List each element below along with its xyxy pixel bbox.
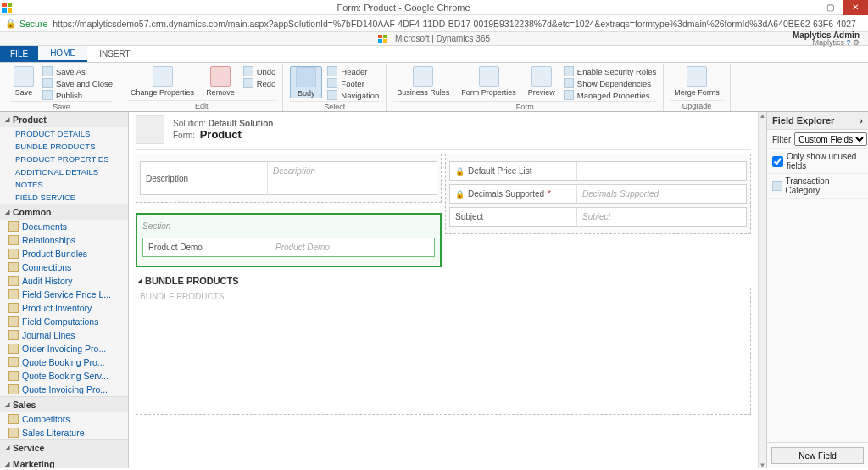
nav-item[interactable]: Journal Lines <box>0 328 128 342</box>
field-label: Description <box>141 162 268 194</box>
entity-image[interactable] <box>136 115 164 144</box>
publish-button[interactable]: Publish <box>42 90 113 100</box>
field-placeholder <box>577 162 746 180</box>
form-value: Product <box>200 128 242 141</box>
left-nav[interactable]: Product PRODUCT DETAILS BUNDLE PRODUCTS … <box>0 112 129 468</box>
minimize-button[interactable]: — <box>792 0 817 15</box>
field-product-demo[interactable]: Product Demo Product Demo <box>142 238 435 257</box>
nav-section-product[interactable]: Product <box>0 112 128 127</box>
windows-logo-icon <box>2 3 12 13</box>
nav-item[interactable]: Connections <box>0 260 128 274</box>
nav-item[interactable]: Quote Booking Pro... <box>0 355 128 369</box>
remove-button[interactable]: Remove <box>203 66 238 97</box>
show-dependencies-button[interactable]: Show Dependencies <box>564 78 656 88</box>
entity-icon <box>8 344 19 354</box>
preview-button[interactable]: Preview <box>525 66 559 97</box>
save-as-icon <box>42 66 53 76</box>
body-icon <box>296 67 316 87</box>
canvas-scrollbar[interactable]: ▲▼ <box>758 112 766 468</box>
ribbon-tabs: FILE HOME INSERT <box>0 46 868 63</box>
address-bar: 🔒 Secure https://maplyticsdemo57.crm.dyn… <box>0 15 868 32</box>
url-text[interactable]: https://maplyticsdemo57.crm.dynamics.com… <box>53 19 856 29</box>
nav-item[interactable]: PRODUCT DETAILS <box>0 127 128 140</box>
nav-item[interactable]: Documents <box>0 220 128 233</box>
lock-icon: 🔒 <box>455 167 465 176</box>
entity-icon <box>8 235 19 245</box>
footer-button[interactable]: Footer <box>327 78 379 88</box>
filter-label: Filter <box>772 135 791 144</box>
collapse-icon[interactable]: › <box>860 115 863 126</box>
brand-text: Microsoft | Dynamics 365 <box>395 34 490 43</box>
nav-item[interactable]: NOTES <box>0 178 128 191</box>
nav-item[interactable]: Product Bundles <box>0 247 128 260</box>
only-unused-checkbox[interactable] <box>772 156 783 167</box>
tab-home[interactable]: HOME <box>38 46 87 62</box>
save-as-button[interactable]: Save As <box>42 66 113 76</box>
bundle-section[interactable]: BUNDLE PRODUCTS <box>136 288 751 415</box>
security-icon <box>564 66 574 76</box>
nav-section-service[interactable]: Service <box>0 440 128 456</box>
nav-item[interactable]: Product Inventory <box>0 301 128 315</box>
selected-section[interactable]: Section Product Demo Product Demo <box>136 213 442 267</box>
save-group-label: Save <box>10 101 113 112</box>
navigation-button[interactable]: Navigation <box>327 90 379 100</box>
tab-insert[interactable]: INSERT <box>87 46 142 62</box>
redo-icon <box>243 78 253 88</box>
nav-item[interactable]: Order Invoicing Pro... <box>0 342 128 355</box>
nav-section-sales[interactable]: Sales <box>0 397 128 412</box>
nav-item[interactable]: Quote Booking Serv... <box>0 369 128 383</box>
ms-logo-icon <box>378 35 387 43</box>
footer-icon <box>327 78 337 88</box>
help-icon[interactable]: ? <box>846 38 850 47</box>
field-decimals[interactable]: 🔒Decimals Supported* Decimals Supported <box>449 184 747 204</box>
tab-file[interactable]: FILE <box>0 46 38 62</box>
redo-button[interactable]: Redo <box>243 78 276 88</box>
publish-icon <box>42 90 53 100</box>
new-field-button[interactable]: New Field <box>771 447 864 464</box>
nav-item[interactable]: Relationships <box>0 233 128 247</box>
section-right[interactable]: 🔒Default Price List 🔒Decimals Supported*… <box>445 154 751 234</box>
section-description[interactable]: Description Description <box>136 154 442 203</box>
nav-item[interactable]: FIELD SERVICE <box>0 191 128 204</box>
settings-icon[interactable]: ⚙ <box>853 38 860 47</box>
field-description[interactable]: Description Description <box>140 161 437 195</box>
nav-section-marketing[interactable]: Marketing <box>0 456 128 468</box>
entity-icon <box>8 428 19 438</box>
section-title: Section <box>142 220 435 234</box>
business-rules-button[interactable]: Business Rules <box>393 66 453 97</box>
nav-item[interactable]: Sales Literature <box>0 426 128 439</box>
field-default-pricelist[interactable]: 🔒Default Price List <box>449 161 747 181</box>
body-button[interactable]: Body <box>290 66 322 98</box>
nav-section-common[interactable]: Common <box>0 204 128 220</box>
save-button[interactable]: Save <box>10 66 37 97</box>
enable-security-button[interactable]: Enable Security Roles <box>564 66 656 76</box>
nav-item[interactable]: PRODUCT PROPERTIES <box>0 153 128 165</box>
brand-bar: Microsoft | Dynamics 365 Maplytics Admin… <box>0 32 868 46</box>
close-button[interactable]: ✕ <box>843 0 868 15</box>
required-icon: * <box>548 189 551 199</box>
form-properties-button[interactable]: Form Properties <box>458 66 520 97</box>
undo-button[interactable]: Undo <box>243 66 276 76</box>
lock-icon: 🔒 <box>455 190 465 199</box>
nav-item[interactable]: BUNDLE PRODUCTS <box>0 140 128 153</box>
entity-icon <box>8 289 19 299</box>
managed-properties-button[interactable]: Managed Properties <box>564 90 656 100</box>
nav-item[interactable]: Field Service Price L... <box>0 288 128 301</box>
nav-item[interactable]: ADDITIONAL DETAILS <box>0 165 128 178</box>
field-item[interactable]: Transaction Category <box>767 174 868 199</box>
filter-select[interactable]: Custom Fields <box>794 132 867 146</box>
nav-item[interactable]: Quote Invoicing Pro... <box>0 383 128 396</box>
entity-icon <box>8 262 19 272</box>
maximize-button[interactable]: ▢ <box>817 0 843 15</box>
nav-item[interactable]: Audit History <box>0 274 128 288</box>
bundle-header[interactable]: BUNDLE PRODUCTS <box>136 276 751 286</box>
save-close-button[interactable]: Save and Close <box>42 78 113 88</box>
nav-item[interactable]: Field Computations <box>0 315 128 328</box>
field-subject[interactable]: Subject Subject <box>449 207 747 227</box>
form-canvas[interactable]: Solution: Default Solution Form: Product… <box>129 112 758 468</box>
field-explorer: Field Explorer› Filter Custom Fields Onl… <box>766 112 868 468</box>
nav-item[interactable]: Competitors <box>0 412 128 426</box>
merge-forms-button[interactable]: Merge Forms <box>670 66 723 97</box>
change-properties-button[interactable]: Change Properties <box>127 66 198 97</box>
header-button[interactable]: Header <box>327 66 379 76</box>
